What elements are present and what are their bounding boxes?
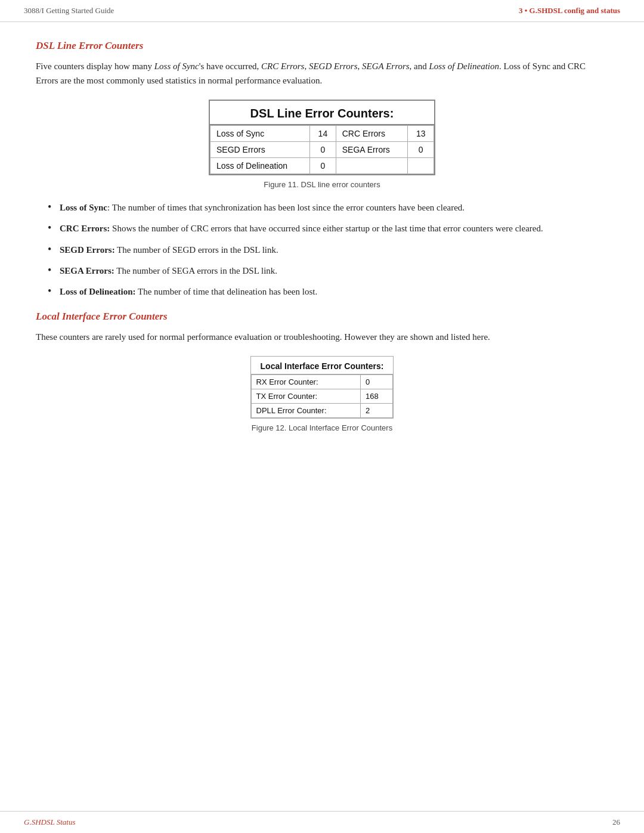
- bullet-term-2: CRC Errors:: [60, 224, 110, 233]
- local-val-tx: 168: [361, 389, 393, 404]
- dsl-figure-caption: Figure 11. DSL line error counters: [264, 180, 380, 189]
- local-table-title: Local Interface Error Counters:: [251, 357, 394, 374]
- bullet-text-1: : The number of times that synchronizati…: [107, 203, 465, 212]
- table-row: TX Error Counter: 168: [251, 389, 393, 404]
- dsl-val-loss-sync: 14: [310, 126, 336, 142]
- dsl-label-sega: SEGA Errors: [336, 142, 408, 158]
- dsl-intro-text: Five counters display how many Loss of S…: [36, 59, 608, 88]
- dsl-label-loss-sync: Loss of Sync: [210, 126, 310, 142]
- dsl-section-heading: DSL Line Error Counters: [36, 40, 608, 52]
- bullet-text-3: The number of SEGD errors in the DSL lin…: [115, 245, 278, 255]
- main-content: DSL Line Error Counters Five counters di…: [0, 22, 644, 474]
- dsl-empty-val: [408, 158, 434, 174]
- bullet-term-4: SEGA Errors:: [60, 266, 114, 275]
- dsl-label-segd: SEGD Errors: [210, 142, 310, 158]
- dsl-label-crc: CRC Errors: [336, 126, 408, 142]
- local-intro-text: These counters are rarely used for norma…: [36, 330, 608, 344]
- dsl-bullet-list: Loss of Sync: The number of times that s…: [48, 201, 608, 299]
- footer-right: 26: [612, 817, 620, 827]
- table-row: DPLL Error Counter: 2: [251, 404, 393, 418]
- list-item: Loss of Delineation: The number of time …: [48, 285, 608, 299]
- footer-bar: G.SHDSL Status 26: [0, 811, 644, 833]
- dsl-empty-label: [336, 158, 408, 174]
- table-row: Loss of Delineation 0: [210, 158, 434, 174]
- dsl-val-sega: 0: [408, 142, 434, 158]
- dsl-label-loss-delin: Loss of Delineation: [210, 158, 310, 174]
- bullet-text-4: The number of SEGA errors in the DSL lin…: [114, 266, 277, 275]
- list-item: SEGD Errors: The number of SEGD errors i…: [48, 243, 608, 257]
- bullet-term-1: Loss of Sync: [60, 203, 107, 212]
- local-val-rx: 0: [361, 375, 393, 389]
- header-right: 3 • G.SHDSL config and status: [519, 6, 620, 16]
- dsl-val-loss-delin: 0: [310, 158, 336, 174]
- table-row: Loss of Sync 14 CRC Errors 13: [210, 126, 434, 142]
- local-figure-caption: Figure 12. Local Interface Error Counter…: [252, 423, 392, 432]
- dsl-val-crc: 13: [408, 126, 434, 142]
- local-label-tx: TX Error Counter:: [251, 389, 361, 404]
- local-section-heading: Local Interface Error Counters: [36, 311, 608, 323]
- local-label-rx: RX Error Counter:: [251, 375, 361, 389]
- list-item: Loss of Sync: The number of times that s…: [48, 201, 608, 215]
- local-label-dpll: DPLL Error Counter:: [251, 404, 361, 418]
- bullet-text-2: Shows the number of CRC errors that have…: [110, 224, 543, 233]
- header-bar: 3088/I Getting Started Guide 3 • G.SHDSL…: [0, 0, 644, 22]
- dsl-error-table: Loss of Sync 14 CRC Errors 13 SEGD Error…: [210, 125, 434, 174]
- dsl-table-container: DSL Line Error Counters: Loss of Sync 14…: [36, 100, 608, 189]
- footer-left: G.SHDSL Status: [24, 817, 75, 827]
- bullet-term-5: Loss of Delineation:: [60, 287, 136, 296]
- list-item: CRC Errors: Shows the number of CRC erro…: [48, 222, 608, 236]
- dsl-table-box: DSL Line Error Counters: Loss of Sync 14…: [209, 100, 435, 175]
- dsl-val-segd: 0: [310, 142, 336, 158]
- local-error-table: RX Error Counter: 0 TX Error Counter: 16…: [251, 374, 394, 418]
- table-row: RX Error Counter: 0: [251, 375, 393, 389]
- table-row: SEGD Errors 0 SEGA Errors 0: [210, 142, 434, 158]
- bullet-text-5: The number of time that delineation has …: [136, 287, 318, 296]
- list-item: SEGA Errors: The number of SEGA errors i…: [48, 264, 608, 278]
- dsl-table-title: DSL Line Error Counters:: [210, 101, 434, 125]
- bullet-term-3: SEGD Errors:: [60, 245, 115, 255]
- local-table-container: Local Interface Error Counters: RX Error…: [36, 356, 608, 432]
- header-left: 3088/I Getting Started Guide: [24, 6, 114, 16]
- local-val-dpll: 2: [361, 404, 393, 418]
- local-table-box: Local Interface Error Counters: RX Error…: [250, 356, 394, 419]
